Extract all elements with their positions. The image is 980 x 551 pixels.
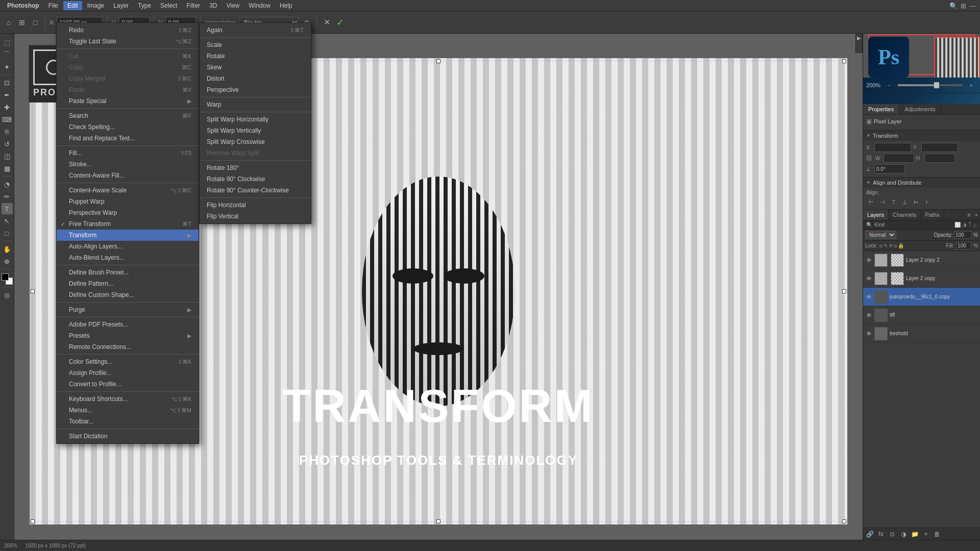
- menu-item-toolbar[interactable]: Toolbar...: [57, 416, 199, 427]
- menu-item-check-spelling[interactable]: Check Spelling...: [57, 121, 199, 133]
- layer-add-icon[interactable]: +: [921, 530, 930, 539]
- layer-eye-0[interactable]: 👁: [865, 257, 872, 263]
- menu-item-ca-scale[interactable]: Content-Aware Scale ⌥⇧⌘C: [57, 185, 199, 196]
- layer-eye-3[interactable]: 👁: [865, 312, 872, 318]
- menu-item-define-shape[interactable]: Define Custom Shape...: [57, 289, 199, 300]
- app-menu-window[interactable]: Window: [244, 1, 275, 10]
- app-menu-photoshop[interactable]: Photoshop: [3, 1, 43, 10]
- menu-item-purge[interactable]: Purge ▶: [57, 304, 199, 315]
- foreground-color-swatch[interactable]: [2, 273, 9, 281]
- brush-tool[interactable]: ⌨: [2, 114, 13, 125]
- menu-item-stroke[interactable]: Stroke...: [57, 159, 199, 170]
- blend-mode-dropdown[interactable]: Normal: [865, 231, 896, 239]
- menu-item-find-replace[interactable]: Find and Replace Text...: [57, 133, 199, 144]
- menu-item-copy-merged[interactable]: Copy Merged ⇧⌘C: [57, 73, 199, 84]
- x-prop-input[interactable]: [874, 143, 911, 152]
- search-icon[interactable]: 🔍: [949, 2, 958, 10]
- clone-tool[interactable]: ⎘: [2, 126, 13, 137]
- channels-tab[interactable]: Channels: [889, 210, 921, 220]
- path-select-tool[interactable]: ↖: [2, 215, 13, 227]
- menu-item-define-pattern[interactable]: Define Pattern...: [57, 278, 199, 289]
- layer-mask-icon[interactable]: ⊙: [888, 530, 897, 539]
- app-menu-view[interactable]: View: [222, 1, 243, 10]
- menu-item-assign-profile[interactable]: Assign Profile...: [57, 367, 199, 379]
- gradient-tool[interactable]: ▦: [2, 163, 13, 174]
- history-brush-tool[interactable]: ↺: [2, 138, 13, 149]
- submenu-rotate[interactable]: Rotate: [200, 51, 311, 62]
- properties-tab[interactable]: Properties: [863, 104, 899, 114]
- menu-item-cut[interactable]: Cut ⌘X: [57, 51, 199, 62]
- layer-delete-icon[interactable]: 🗑: [933, 530, 942, 539]
- lasso-tool[interactable]: ⌒: [2, 49, 13, 60]
- menu-item-copy[interactable]: Copy ⌘C: [57, 62, 199, 73]
- layer-row-4[interactable]: 👁 treshold: [863, 324, 980, 343]
- zoom-tool[interactable]: ⊕: [2, 256, 13, 267]
- submenu-perspective[interactable]: Perspective: [200, 84, 311, 95]
- hand-tool[interactable]: ✋: [2, 243, 13, 255]
- menu-item-search[interactable]: Search ⌘F: [57, 110, 199, 121]
- zoom-thumb[interactable]: [934, 82, 939, 88]
- layer-adj-icon[interactable]: ◑: [899, 530, 908, 539]
- lock-transparent-icon[interactable]: ⧄: [879, 243, 883, 249]
- menu-item-paste[interactable]: Paste ⌘V: [57, 84, 199, 95]
- submenu-split-warp-cross[interactable]: Split Warp Crosswise: [200, 136, 311, 147]
- submenu-skew[interactable]: Skew: [200, 62, 311, 73]
- filter-type-icon[interactable]: T: [968, 222, 971, 228]
- menu-item-remote[interactable]: Remote Connections...: [57, 341, 199, 353]
- menu-item-pdf-presets[interactable]: Adobe PDF Presets...: [57, 319, 199, 330]
- app-menu-image[interactable]: Image: [83, 1, 108, 10]
- crop-tool[interactable]: ⊡: [2, 77, 13, 88]
- menu-item-perspective-warp[interactable]: Perspective Warp: [57, 207, 199, 218]
- magic-wand-tool[interactable]: ✦: [2, 61, 13, 72]
- app-menu-file[interactable]: File: [44, 1, 62, 10]
- chevron-align[interactable]: ▼: [866, 180, 871, 185]
- menu-item-auto-blend[interactable]: Auto-Blend Layers...: [57, 252, 199, 263]
- menu-item-presets[interactable]: Presets ▶: [57, 330, 199, 341]
- lock-all-icon[interactable]: 🔒: [898, 243, 904, 249]
- lock-image-icon[interactable]: ✎: [884, 243, 888, 249]
- quick-mask-tool[interactable]: ◎: [2, 289, 13, 300]
- layer-eye-4[interactable]: 👁: [865, 331, 872, 337]
- minimize-icon[interactable]: —: [969, 2, 976, 10]
- layer-eye-2[interactable]: 👁: [865, 294, 872, 300]
- app-menu-filter[interactable]: Filter: [182, 1, 204, 10]
- w-prop-input[interactable]: [884, 154, 914, 163]
- submenu-flip-v[interactable]: Flip Vertical: [200, 211, 311, 222]
- menu-item-transform[interactable]: Transform ▶: [57, 230, 199, 241]
- submenu-rotate-180[interactable]: Rotate 180°: [200, 162, 311, 173]
- lock-pos-icon[interactable]: ✛: [889, 243, 893, 249]
- zoom-plus-icon[interactable]: +: [966, 80, 977, 91]
- submenu-distort[interactable]: Distort: [200, 73, 311, 84]
- zoom-minus-icon[interactable]: −: [884, 80, 895, 91]
- menu-item-convert-profile[interactable]: Convert to Profile...: [57, 379, 199, 390]
- menu-item-puppet-warp[interactable]: Puppet Warp: [57, 196, 199, 207]
- menu-item-content-aware-fill[interactable]: Content-Aware Fill...: [57, 170, 199, 181]
- layer-row-1[interactable]: 👁 Layer 2 copy: [863, 269, 980, 288]
- menu-item-menus[interactable]: Menus... ⌥⇧⌘M: [57, 405, 199, 416]
- align-bottom-btn[interactable]: ⊦: [922, 197, 933, 207]
- menu-item-toggle-state[interactable]: Toggle Last State ⌥⌘Z: [57, 36, 199, 47]
- submenu-again[interactable]: Again ⇧⌘T: [200, 24, 311, 36]
- layer-eye-1[interactable]: 👁: [865, 276, 872, 282]
- layer-row-3[interactable]: 👁 tiff: [863, 306, 980, 324]
- menu-item-color-settings[interactable]: Color Settings... ⇧⌘K: [57, 356, 199, 367]
- layer-fx-icon[interactable]: fx: [876, 530, 886, 539]
- submenu-remove-warp[interactable]: Remove Warp Split: [200, 147, 311, 159]
- submenu-split-warp-h[interactable]: Split Warp Horizontally: [200, 114, 311, 125]
- spot-heal-tool[interactable]: ✚: [2, 102, 13, 113]
- filter-shape-icon[interactable]: △: [973, 222, 977, 228]
- align-middle-btn[interactable]: ⊨: [911, 197, 921, 207]
- submenu-flip-h[interactable]: Flip Horizontal: [200, 199, 311, 211]
- align-top-btn[interactable]: ⊥: [900, 197, 910, 207]
- layers-menu-icon[interactable]: ≡: [965, 210, 972, 220]
- arrange-icon[interactable]: ⊞: [961, 2, 966, 10]
- app-menu-edit[interactable]: Edit: [63, 1, 82, 10]
- layer-row-2[interactable]: 👁 juanproedu__96c1_0 copy: [863, 288, 980, 306]
- eraser-tool[interactable]: ◫: [2, 151, 13, 162]
- filter-adj-icon[interactable]: ◑: [962, 222, 967, 228]
- type-tool[interactable]: T: [2, 203, 13, 214]
- align-left-btn[interactable]: ⊢: [866, 197, 876, 207]
- fill-input[interactable]: [956, 242, 971, 249]
- menu-item-keyboard-shortcuts[interactable]: Keyboard Shortcuts... ⌥⇧⌘K: [57, 393, 199, 405]
- app-menu-type[interactable]: Type: [134, 1, 155, 10]
